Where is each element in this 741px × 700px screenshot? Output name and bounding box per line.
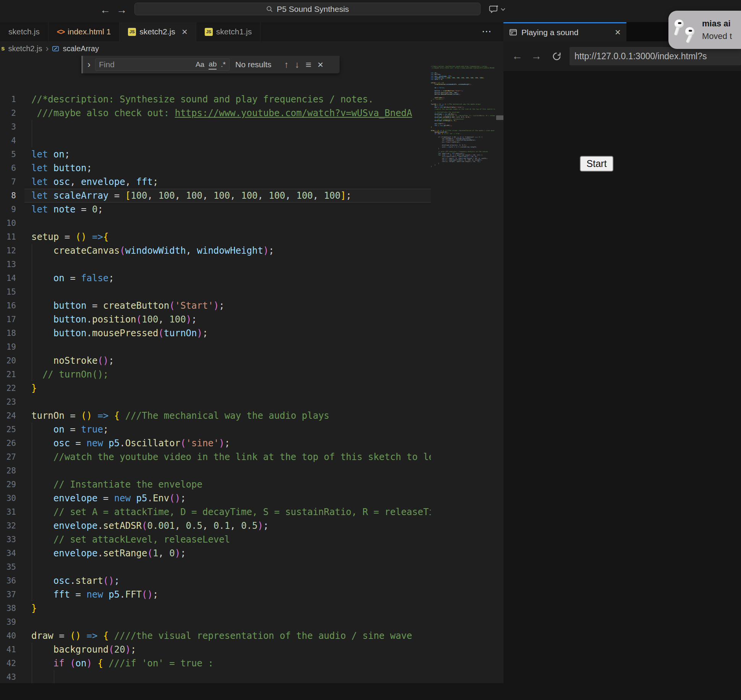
preview-tab-close-icon[interactable]: ×: [615, 26, 621, 38]
code-line[interactable]: 20 noStroke();: [0, 354, 431, 368]
indent-guide: [32, 368, 32, 381]
code-line[interactable]: 1//*description: Synthesize sound and pl…: [0, 92, 431, 106]
code-line[interactable]: 34 envelope.setRange(1, 0);: [0, 546, 431, 560]
code-text: //watch the youtube video in the link at…: [16, 450, 431, 464]
command-center-search[interactable]: P5 Sound Synthesis: [134, 3, 481, 15]
find-input[interactable]: Find Aa ab .*: [95, 58, 230, 71]
code-line[interactable]: 33 // set attackLevel, releaseLevel: [0, 533, 431, 546]
history-forward-icon[interactable]: →: [116, 4, 127, 16]
code-line[interactable]: 2 ///maybe also check out: https://www.y…: [0, 106, 431, 120]
code-line[interactable]: 25 on = true;: [0, 423, 431, 436]
code-line[interactable]: 22}: [0, 381, 431, 395]
code-line[interactable]: 19: [0, 340, 431, 354]
find-in-selection-icon[interactable]: ≡: [306, 59, 311, 71]
line-number: 20: [0, 354, 16, 368]
tab-sketch1-js[interactable]: JS sketch1.js: [196, 22, 260, 41]
code-line[interactable]: 38}: [0, 601, 431, 615]
tab-index-html[interactable]: <> index.html 1: [49, 22, 120, 41]
tab-sketch-js[interactable]: sketch.js: [0, 22, 49, 41]
code-line[interactable]: 32 envelope.setADSR(0.001, 0.5, 0.1, 0.5…: [0, 519, 431, 533]
code-line[interactable]: 8let scaleArray = [100, 100, 100, 100, 1…: [0, 189, 431, 203]
code-area[interactable]: 1//*description: Synthesize sound and pl…: [0, 92, 431, 683]
indent-guide: [32, 354, 32, 368]
code-line[interactable]: 3: [0, 120, 431, 134]
indent-guide: [32, 340, 32, 354]
line-number: 1: [0, 92, 16, 106]
system-notification[interactable]: mias ai Moved t: [668, 11, 741, 49]
previous-match-icon[interactable]: ↑: [284, 59, 289, 70]
history-back-icon[interactable]: ←: [100, 4, 110, 16]
code-line[interactable]: 13: [0, 258, 431, 271]
code-line[interactable]: 40draw = () => { ////the visual represen…: [0, 629, 431, 643]
whole-word-icon[interactable]: ab: [209, 60, 217, 70]
indent-guide: [32, 588, 32, 601]
code-text: [16, 395, 31, 409]
code-line[interactable]: 41 background(20);: [0, 643, 431, 656]
search-icon: [266, 5, 273, 13]
js-file-icon: JS: [205, 28, 213, 36]
browser-back-icon[interactable]: ←: [512, 50, 523, 62]
line-number: 41: [0, 643, 16, 656]
find-close-icon[interactable]: ×: [317, 59, 323, 71]
code-line[interactable]: 9let note = 0;: [0, 203, 431, 216]
code-text: on = false;: [16, 271, 114, 285]
code-text: [16, 340, 31, 354]
code-line[interactable]: 43: [0, 670, 431, 683]
code-line[interactable]: 7let osc, envelope, fft;: [0, 175, 431, 189]
code-line[interactable]: 29 // Instantiate the envelope: [0, 478, 431, 491]
indent-guide: [32, 134, 32, 147]
code-line[interactable]: 15: [0, 285, 431, 299]
code-text: [16, 216, 31, 230]
line-number: 31: [0, 505, 16, 519]
find-expand-chevron-icon[interactable]: ›: [83, 59, 95, 70]
copilot-menu-button[interactable]: [489, 5, 506, 14]
line-number: 8: [0, 189, 16, 203]
code-line[interactable]: 6let button;: [0, 161, 431, 175]
regex-icon[interactable]: .*: [221, 60, 226, 69]
code-line[interactable]: 17 button.position(100, 100);: [0, 313, 431, 326]
code-line[interactable]: 35: [0, 560, 431, 574]
minimap[interactable]: //*description: Synthesize sound and pla…: [431, 66, 495, 167]
line-number: 25: [0, 423, 16, 436]
browser-refresh-icon[interactable]: [552, 51, 562, 62]
indent-guide: [32, 120, 32, 134]
tab-playing-a-sound[interactable]: Playing a sound ×: [503, 22, 626, 41]
code-line[interactable]: 30 envelope = new p5.Env();: [0, 491, 431, 505]
code-line[interactable]: 11setup = () =>{: [0, 230, 431, 244]
code-line[interactable]: 10: [0, 216, 431, 230]
start-button[interactable]: Start: [580, 156, 613, 172]
code-line[interactable]: 12 createCanvas(windowWidth, windowHeigh…: [0, 244, 431, 258]
code-line[interactable]: 31 // set A = attackTime, D = decayTime,…: [0, 505, 431, 519]
indent-guide: [32, 299, 32, 313]
notification-text: mias ai Moved t: [702, 19, 732, 41]
start-button-label: Start: [587, 158, 607, 169]
browser-forward-icon[interactable]: →: [531, 50, 542, 62]
code-line[interactable]: 21 // turnOn();: [0, 368, 431, 381]
indent-guide: [32, 285, 32, 299]
code-line[interactable]: 42 if (on) { ///if 'on' = true :: [0, 656, 431, 670]
scrollbar-handle[interactable]: [496, 115, 503, 120]
code-editor[interactable]: 1//*description: Synthesize sound and pl…: [0, 56, 503, 683]
url-input[interactable]: http://127.0.0.1:3000/index.html?s: [570, 47, 741, 65]
code-line[interactable]: 27 //watch the youtube video in the link…: [0, 450, 431, 464]
code-line[interactable]: 39: [0, 615, 431, 629]
match-case-icon[interactable]: Aa: [196, 60, 204, 69]
code-line[interactable]: 23: [0, 395, 431, 409]
more-actions-icon[interactable]: ⋯: [478, 22, 495, 41]
code-line[interactable]: 18 button.mousePressed(turnOn);: [0, 326, 431, 340]
next-match-icon[interactable]: ↓: [295, 59, 299, 70]
line-number: 24: [0, 409, 16, 423]
code-line[interactable]: 37 fft = new p5.FFT();: [0, 588, 431, 601]
code-line[interactable]: 36 osc.start();: [0, 574, 431, 588]
code-line[interactable]: 24turnOn = () => { ///The mechanical way…: [0, 409, 431, 423]
breadcrumb-symbol[interactable]: scaleArray: [63, 44, 99, 53]
tab-close-icon[interactable]: ×: [182, 28, 188, 36]
code-line[interactable]: 5let on;: [0, 147, 431, 161]
code-line[interactable]: 4: [0, 134, 431, 147]
tab-sketch2-js[interactable]: JS sketch2.js ×: [120, 22, 196, 41]
code-line[interactable]: 16 button = createButton('Start');: [0, 299, 431, 313]
code-line[interactable]: 14 on = false;: [0, 271, 431, 285]
code-line[interactable]: 28: [0, 464, 431, 478]
code-line[interactable]: 26 osc = new p5.Oscillator('sine');: [0, 436, 431, 450]
breadcrumb-file[interactable]: sketch2.js: [8, 44, 42, 53]
